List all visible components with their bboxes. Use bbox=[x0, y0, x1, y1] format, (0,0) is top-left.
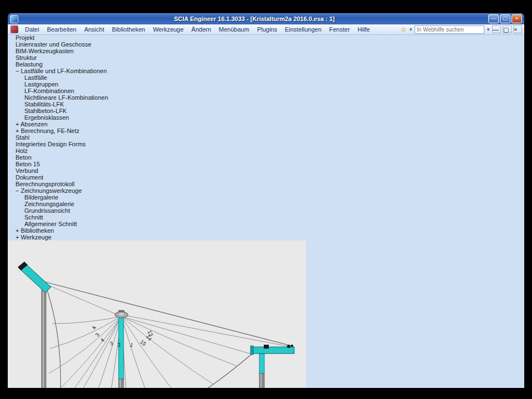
close-button[interactable]: × bbox=[511, 14, 522, 23]
desktop: SCIA Engineer 16.1.3033 - [Kristalturm2a… bbox=[8, 13, 524, 388]
tree-item-label: Holz bbox=[16, 147, 28, 154]
tree-item-label: Lastfälle und LF-Kombinationen bbox=[21, 68, 107, 74]
tree-item[interactable]: Stahlbeton-LFK bbox=[8, 108, 524, 114]
tree-item-label: Belastung bbox=[16, 61, 43, 68]
model-canvas[interactable]: 4 3 4 3 2 1 15 14 13 bbox=[8, 241, 306, 388]
tree-item[interactable]: Holz bbox=[8, 147, 524, 154]
tree-item-label: Ergebnisklassen bbox=[24, 114, 69, 121]
webhelp-search-input[interactable] bbox=[415, 25, 484, 34]
menu-tree: Projekt Linienraster und Geschosse BIM-W… bbox=[8, 34, 524, 241]
window-title: SCIA Engineer 16.1.3033 - [Kristalturm2a… bbox=[21, 16, 488, 22]
tree-item-label: Bildergalerie bbox=[24, 194, 58, 201]
tree-item[interactable]: Struktur bbox=[8, 54, 524, 61]
tree-item-label: Lastfälle bbox=[24, 74, 47, 81]
tree-item-label: Bibliotheken bbox=[21, 227, 54, 234]
tree-item[interactable]: Allgemeiner Schnitt bbox=[8, 221, 524, 227]
tree-item[interactable]: Stahl bbox=[8, 134, 524, 141]
tree-item[interactable]: Berechnungsprotokoll bbox=[8, 181, 524, 187]
menu-item[interactable]: Werkzeuge bbox=[149, 25, 187, 34]
tree-item[interactable]: LF-Kombinationen bbox=[8, 88, 524, 94]
tree-item[interactable]: + Berechnung, FE-Netz bbox=[8, 127, 524, 134]
tree-item[interactable]: + Werkzeuge bbox=[8, 234, 524, 241]
tree-item-label: Beton bbox=[16, 154, 32, 161]
tree-item-label: Zeichnungsgalerie bbox=[24, 201, 74, 207]
right-mast-upper[interactable] bbox=[259, 354, 264, 374]
menu-item[interactable]: Fenster bbox=[325, 25, 354, 34]
tree-item-label: Dokument bbox=[16, 174, 43, 181]
tree-item[interactable]: Beton bbox=[8, 154, 524, 161]
center-mast-upper[interactable] bbox=[119, 317, 124, 379]
tree-item-label: Berechnung, FE-Netz bbox=[21, 127, 80, 134]
search-dropdown-icon[interactable]: ▼ bbox=[486, 27, 490, 32]
tree-expand-icon[interactable]: + bbox=[16, 227, 19, 234]
mdi-close-button[interactable]: × bbox=[513, 25, 522, 33]
tree-item[interactable]: Nichtlineare LF-Kombinationen bbox=[8, 94, 524, 101]
tree-item[interactable]: BIM-Werkzeugkasten bbox=[8, 48, 524, 54]
smiley-dropdown-icon[interactable]: ▼ bbox=[408, 27, 413, 32]
restore-button[interactable]: ▢ bbox=[500, 14, 510, 23]
tree-item-label: Stahlbeton-LFK bbox=[24, 108, 66, 114]
tree-item-label: LF-Kombinationen bbox=[24, 88, 74, 94]
tree-item[interactable]: Grundrissansicht bbox=[8, 207, 524, 214]
tree-item-label: Beton 15 bbox=[16, 161, 40, 167]
tree-item[interactable]: Integriertes Design Forms bbox=[8, 141, 524, 147]
tree-expand-icon[interactable]: + bbox=[16, 121, 19, 127]
tree-item[interactable]: Dokument bbox=[8, 174, 524, 181]
tree-item[interactable]: + Absenzen bbox=[8, 121, 524, 127]
mdi-minimize-button[interactable]: — bbox=[492, 25, 501, 33]
tree-item-label: Projekt bbox=[16, 34, 34, 41]
tree-item[interactable]: Zeichnungsgalerie bbox=[8, 201, 524, 207]
tree-item-label: Zeichnungswerkzeuge bbox=[21, 187, 82, 194]
tree-expand-icon[interactable]: + bbox=[16, 127, 19, 134]
tree-expand-icon[interactable]: − bbox=[16, 187, 19, 194]
tree-item-label: Stabilitäts-LFK bbox=[24, 101, 64, 108]
tree-item-label: Struktur bbox=[16, 54, 37, 61]
menu-item[interactable]: Einstellungen bbox=[281, 25, 325, 34]
tree-item-label: Allgemeiner Schnitt bbox=[24, 221, 77, 227]
menu-item[interactable]: Ändern bbox=[187, 25, 214, 34]
tree-item-label: BIM-Werkzeugkasten bbox=[16, 48, 74, 54]
right-mast-beam[interactable] bbox=[252, 347, 294, 354]
scia-logo-icon bbox=[10, 15, 18, 23]
right-mast-lower[interactable] bbox=[259, 374, 264, 388]
menu-item[interactable]: Bearbeiten bbox=[43, 25, 80, 34]
menu-item[interactable]: Hilfe bbox=[354, 25, 374, 34]
menu-item[interactable]: Datei bbox=[21, 25, 43, 34]
mdi-restore-button[interactable]: ▢ bbox=[503, 25, 511, 33]
minimize-button[interactable]: — bbox=[488, 14, 499, 23]
title-bar: SCIA Engineer 16.1.3033 - [Kristalturm2a… bbox=[8, 13, 524, 24]
tree-item[interactable]: Beton 15 bbox=[8, 161, 524, 167]
menu-tree-panel: Menübaum ⚲ × Projekt Linienraster un bbox=[8, 27, 524, 241]
tree-expand-icon[interactable]: − bbox=[16, 68, 19, 74]
tree-item[interactable]: Stabilitäts-LFK bbox=[8, 101, 524, 108]
tree-item[interactable]: Schnitt bbox=[8, 214, 524, 221]
center-mast-lower[interactable] bbox=[119, 379, 124, 388]
help-smiley-icon[interactable]: ☺ bbox=[400, 25, 407, 33]
main-area: Menübaum ⚲ × Projekt Linienraster un bbox=[8, 27, 524, 388]
model-viewport[interactable]: 4 3 4 3 2 1 15 14 13 bbox=[8, 241, 524, 388]
tree-item-label: Linienraster und Geschosse bbox=[16, 41, 91, 48]
tree-item[interactable]: Lastfälle bbox=[8, 74, 524, 81]
menu-item[interactable]: Menübaum bbox=[215, 25, 253, 34]
tree-item[interactable]: Belastung bbox=[8, 61, 524, 68]
tree-item[interactable]: Ergebnisklassen bbox=[8, 114, 524, 121]
menu-item[interactable]: Bibliotheken bbox=[108, 25, 149, 34]
tree-item-label: Grundrissansicht bbox=[24, 207, 70, 214]
tree-item[interactable]: − Zeichnungswerkzeuge bbox=[8, 187, 524, 194]
tree-item[interactable]: Linienraster und Geschosse bbox=[8, 41, 524, 48]
menu-bar: DateiBearbeitenAnsichtBibliothekenWerkze… bbox=[8, 24, 524, 35]
tree-item-label: Werkzeuge bbox=[21, 234, 52, 241]
tree-item-label: Berechnungsprotokoll bbox=[16, 181, 74, 187]
tree-item[interactable]: Verbund bbox=[8, 167, 524, 174]
tree-item[interactable]: Bildergalerie bbox=[8, 194, 524, 201]
menu-item[interactable]: Plugins bbox=[253, 25, 281, 34]
tree-item[interactable]: + Bibliotheken bbox=[8, 227, 524, 234]
tree-item-label: Integriertes Design Forms bbox=[16, 141, 86, 147]
tree-item[interactable]: − Lastfälle und LF-Kombinationen bbox=[8, 68, 524, 74]
tree-item-label: Absenzen bbox=[21, 121, 48, 127]
tree-item[interactable]: Lastgruppen bbox=[8, 81, 524, 88]
tree-item-label: Verbund bbox=[16, 167, 38, 174]
tree-item[interactable]: Projekt bbox=[8, 34, 524, 41]
menu-item[interactable]: Ansicht bbox=[80, 25, 108, 34]
tree-expand-icon[interactable]: + bbox=[16, 234, 19, 241]
